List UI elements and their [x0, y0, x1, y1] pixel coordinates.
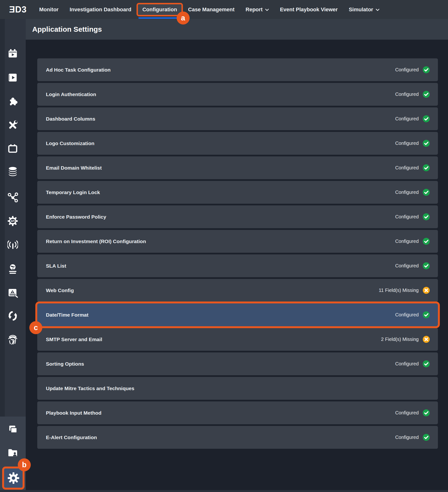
- case-folder-icon[interactable]: [7, 447, 18, 458]
- calendar-icon[interactable]: [7, 143, 18, 154]
- d3-logo: ƎD3: [9, 5, 27, 15]
- settings-rows-list: Ad Hoc Task Configuration Configured Log…: [37, 58, 438, 451]
- settings-row-title: Update Mitre Tactics and Techniques: [46, 386, 134, 391]
- settings-row-title: Dashboard Columns: [46, 116, 95, 122]
- settings-row-title: SMTP Server and Email: [46, 337, 102, 342]
- sidebar: API: [0, 19, 26, 417]
- settings-row-web-config[interactable]: Web Config 11 Field(s) Missing: [37, 279, 438, 302]
- nav-item-monitor[interactable]: Monitor: [39, 7, 59, 13]
- settings-row-status-text: Configured: [395, 116, 419, 122]
- status-configured-check-icon: [423, 360, 430, 367]
- settings-row-status-text: Configured: [395, 141, 419, 146]
- utilities-tools-icon[interactable]: [7, 120, 18, 131]
- settings-row-dashboard-columns[interactable]: Dashboard Columns Configured: [37, 107, 438, 130]
- settings-row-status-text: 2 Field(s) Missing: [381, 337, 419, 342]
- settings-row-status-text: Configured: [395, 214, 419, 220]
- settings-row-return-on-investment-roi-configuration[interactable]: Return on Investment (ROI) Configuration…: [37, 230, 438, 253]
- settings-row-e-alert-configuration[interactable]: E-Alert Configuration Configured: [37, 426, 438, 449]
- fingerprint-icon[interactable]: [7, 334, 18, 345]
- top-navbar: ƎD3 Monitor Investigation Dashboard Conf…: [0, 0, 448, 19]
- application-settings-panel: Ad Hoc Task Configuration Configured Log…: [26, 40, 448, 490]
- settings-row-status: 2 Field(s) Missing: [381, 336, 430, 343]
- copy-windows-icon[interactable]: [7, 424, 18, 435]
- settings-row-status: Configured: [395, 434, 430, 441]
- settings-row-ad-hoc-task-configuration[interactable]: Ad Hoc Task Configuration Configured: [37, 58, 438, 81]
- nav-item-simulator[interactable]: Simulator: [349, 7, 379, 13]
- settings-row-email-domain-whitelist[interactable]: Email Domain Whitelist Configured: [37, 156, 438, 179]
- settings-row-status: Configured: [395, 164, 430, 171]
- page-title: Application Settings: [32, 25, 102, 33]
- settings-row-playbook-input-method[interactable]: Playbook Input Method Configured: [37, 401, 438, 424]
- settings-row-status-text: Configured: [395, 238, 419, 244]
- settings-row-login-authentication[interactable]: Login Authentication Configured: [37, 83, 438, 106]
- settings-row-status: Configured: [395, 238, 430, 245]
- settings-row-status-text: Configured: [395, 165, 419, 171]
- database-icon[interactable]: [7, 166, 18, 177]
- settings-row-enforce-password-policy[interactable]: Enforce Password Policy Configured: [37, 205, 438, 228]
- settings-row-title: Playbook Input Method: [46, 410, 101, 416]
- event-alert-edit-icon[interactable]: [7, 287, 18, 298]
- settings-row-sorting-options[interactable]: Sorting Options Configured: [37, 352, 438, 375]
- settings-row-title: SLA List: [46, 263, 66, 269]
- status-configured-check-icon: [423, 409, 430, 416]
- sync-arrows-icon[interactable]: [7, 310, 18, 321]
- settings-row-status-text: Configured: [395, 312, 419, 318]
- annotation-badge-c: c: [29, 321, 42, 334]
- settings-row-date-time-format[interactable]: Date/Time Format Configured c: [37, 303, 438, 326]
- settings-row-status-text: Configured: [395, 361, 419, 367]
- settings-row-title: Date/Time Format: [46, 312, 88, 318]
- settings-row-status: Configured: [395, 360, 430, 367]
- nav-item-report[interactable]: Report: [246, 7, 269, 13]
- status-configured-check-icon: [423, 91, 430, 98]
- broadcast-antenna-icon[interactable]: [7, 239, 18, 251]
- settings-row-status-text: Configured: [395, 410, 419, 416]
- share-nodes-icon[interactable]: [7, 192, 18, 203]
- settings-row-title: Enforce Password Policy: [46, 214, 106, 220]
- settings-row-status: Configured: [395, 115, 430, 122]
- footer-strip: [0, 490, 448, 492]
- settings-row-status-text: Configured: [395, 435, 419, 440]
- active-tab-underline: [138, 17, 181, 19]
- status-configured-check-icon: [423, 434, 430, 441]
- nav-item-event-playbook-viewer[interactable]: Event Playbook Viewer: [280, 7, 338, 13]
- integrations-puzzle-icon[interactable]: [7, 96, 18, 107]
- settings-row-title: E-Alert Configuration: [46, 435, 97, 440]
- settings-row-status-text: Configured: [395, 67, 419, 72]
- settings-row-status: 11 Field(s) Missing: [379, 287, 430, 294]
- status-configured-check-icon: [423, 189, 430, 196]
- annotation-badge-a: a: [177, 11, 190, 24]
- annotation-badge-b: b: [18, 458, 31, 471]
- nav-item-investigation-dashboard[interactable]: Investigation Dashboard: [70, 7, 131, 13]
- settings-row-smtp-server-and-email[interactable]: SMTP Server and Email 2 Field(s) Missing: [37, 328, 438, 351]
- settings-row-status-text: Configured: [395, 263, 419, 269]
- settings-row-status-text: Configured: [395, 190, 419, 195]
- status-configured-check-icon: [423, 262, 430, 269]
- status-configured-check-icon: [423, 238, 430, 245]
- settings-row-status: Configured: [395, 189, 430, 196]
- settings-row-temporary-login-lock[interactable]: Temporary Login Lock Configured: [37, 181, 438, 204]
- settings-row-status: Configured: [395, 311, 430, 318]
- settings-row-status: Configured: [395, 213, 430, 220]
- settings-row-sla-list[interactable]: SLA List Configured: [37, 254, 438, 277]
- settings-row-update-mitre-tactics-and-techniques[interactable]: Update Mitre Tactics and Techniques: [37, 377, 438, 400]
- api-gear-icon[interactable]: API: [7, 215, 18, 226]
- status-configured-check-icon: [423, 164, 430, 171]
- nav-item-case-management[interactable]: Case Management: [188, 7, 235, 13]
- settings-row-status: Configured: [395, 409, 430, 416]
- settings-row-logo-customization[interactable]: Logo Customization Configured: [37, 132, 438, 155]
- settings-gear-icon: [8, 472, 20, 484]
- status-configured-check-icon: [423, 115, 430, 122]
- nav-item-configuration[interactable]: Configuration a: [136, 3, 183, 16]
- status-configured-check-icon: [423, 140, 430, 147]
- settings-row-title: Email Domain Whitelist: [46, 165, 102, 171]
- playbook-library-icon[interactable]: [7, 72, 18, 83]
- geo-globe-icon[interactable]: [7, 264, 18, 275]
- status-configured-check-icon: [423, 213, 430, 220]
- settings-row-title: Logo Customization: [46, 141, 94, 146]
- settings-row-title: Login Authentication: [46, 92, 96, 97]
- settings-row-status-text: 11 Field(s) Missing: [379, 287, 419, 293]
- calendar-play-icon[interactable]: [7, 48, 18, 59]
- settings-row-title: Ad Hoc Task Configuration: [46, 67, 111, 73]
- status-missing-x-icon: [423, 336, 430, 343]
- settings-row-status: Configured: [395, 140, 430, 147]
